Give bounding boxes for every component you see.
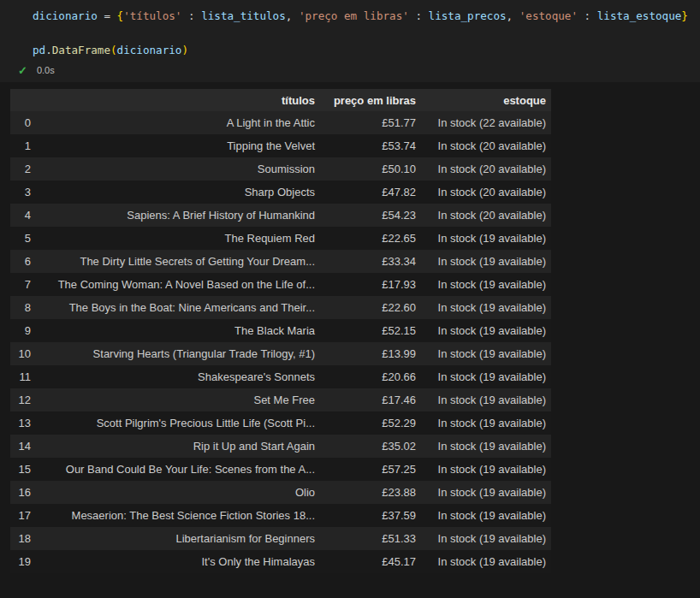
- preco-cell: £13.99: [320, 342, 421, 365]
- titulo-cell: The Requiem Red: [36, 227, 320, 250]
- titulo-cell: Soumission: [36, 157, 320, 181]
- preco-cell: £57.25: [320, 458, 421, 481]
- titulo-cell: Our Band Could Be Your Life: Scenes from…: [36, 458, 320, 481]
- estoque-cell: In stock (19 available): [421, 504, 551, 527]
- titulo-cell: Scott Pilgrim's Precious Little Life (Sc…: [36, 411, 320, 435]
- row-index-cell: 19: [10, 550, 36, 573]
- code-line-blank[interactable]: [33, 25, 700, 42]
- estoque-cell: In stock (19 available): [421, 227, 551, 250]
- row-index-cell: 10: [10, 342, 36, 365]
- table-row: 16Olio£23.88In stock (19 available): [10, 481, 551, 504]
- code-line-2[interactable]: pd.DataFrame(dicionario): [33, 42, 700, 59]
- titulo-cell: Starving Hearts (Triangular Trade Trilog…: [36, 342, 320, 365]
- row-index-cell: 14: [10, 435, 36, 458]
- table-row: 7The Coming Woman: A Novel Based on the …: [10, 273, 551, 296]
- table-row: 14Rip it Up and Start Again£35.02In stoc…: [10, 435, 551, 458]
- code-token-variable: lista_precos: [429, 9, 507, 22]
- code-token-variable: lista_titulos: [201, 9, 286, 22]
- row-index-cell: 13: [10, 411, 36, 435]
- estoque-cell: In stock (19 available): [421, 365, 551, 388]
- estoque-cell: In stock (19 available): [421, 435, 551, 458]
- code-token-operator: :: [409, 9, 429, 22]
- table-row: 10Starving Hearts (Triangular Trade Tril…: [10, 342, 551, 365]
- code-token-variable: dicionario: [33, 9, 98, 22]
- row-index-cell: 12: [10, 388, 36, 411]
- row-index-cell: 16: [10, 481, 36, 504]
- preco-cell: £47.82: [320, 181, 421, 204]
- titulo-cell: Set Me Free: [36, 388, 320, 411]
- row-index-cell: 11: [10, 365, 36, 388]
- titulo-cell: It's Only the Himalayas: [36, 550, 320, 573]
- dataframe-body: 0A Light in the Attic£51.77In stock (22 …: [10, 111, 551, 573]
- code-token-variable: dicionario: [117, 44, 182, 56]
- column-header-preco: preço em libras: [320, 89, 421, 111]
- table-row: 15Our Band Could Be Your Life: Scenes fr…: [10, 458, 551, 481]
- code-token-brace: }: [681, 9, 688, 22]
- column-header-index: [10, 89, 36, 111]
- table-row: 1Tipping the Velvet£53.74In stock (20 av…: [10, 134, 551, 157]
- table-row: 4Sapiens: A Brief History of Humankind£5…: [10, 204, 551, 227]
- code-token-variable: pd: [33, 44, 45, 56]
- estoque-cell: In stock (19 available): [421, 411, 551, 435]
- row-index-cell: 3: [10, 181, 36, 204]
- preco-cell: £52.15: [320, 319, 421, 342]
- table-row: 9The Black Maria£52.15In stock (19 avail…: [10, 319, 551, 342]
- table-row: 2Soumission£50.10In stock (20 available): [10, 157, 551, 181]
- code-token-function: DataFrame: [52, 44, 110, 56]
- preco-cell: £35.02: [320, 435, 421, 458]
- column-header-titulos: títulos: [36, 89, 320, 111]
- code-token-string: 'preço em libras': [299, 9, 409, 22]
- table-row: 6The Dirty Little Secrets of Getting You…: [10, 250, 551, 273]
- preco-cell: £51.33: [320, 527, 421, 550]
- code-token-operator: .: [45, 44, 52, 56]
- table-row: 11Shakespeare's Sonnets£20.66In stock (1…: [10, 365, 551, 388]
- row-index-cell: 2: [10, 157, 36, 181]
- execution-time: 0.0s: [37, 65, 55, 75]
- table-row: 19It's Only the Himalayas£45.17In stock …: [10, 550, 551, 573]
- table-row: 12Set Me Free£17.46In stock (19 availabl…: [10, 388, 551, 411]
- titulo-cell: Sharp Objects: [36, 181, 320, 204]
- titulo-cell: Mesaerion: The Best Science Fiction Stor…: [36, 504, 320, 527]
- success-check-icon: ✓: [18, 64, 27, 77]
- titulo-cell: Rip it Up and Start Again: [36, 435, 320, 458]
- preco-cell: £54.23: [320, 204, 421, 227]
- estoque-cell: In stock (19 available): [421, 458, 551, 481]
- estoque-cell: In stock (22 available): [421, 111, 551, 134]
- table-row: 8The Boys in the Boat: Nine Americans an…: [10, 296, 551, 319]
- preco-cell: £22.65: [320, 227, 421, 250]
- code-editor[interactable]: dicionario = {'títulos' : lista_titulos,…: [0, 8, 700, 59]
- row-index-cell: 0: [10, 111, 36, 134]
- code-token-operator: ,: [507, 9, 519, 22]
- titulo-cell: The Coming Woman: A Novel Based on the L…: [36, 273, 320, 296]
- row-index-cell: 6: [10, 250, 36, 273]
- row-index-cell: 1: [10, 134, 36, 157]
- estoque-cell: In stock (20 available): [421, 204, 551, 227]
- preco-cell: £17.93: [320, 273, 421, 296]
- titulo-cell: Libertarianism for Beginners: [36, 527, 320, 550]
- preco-cell: £17.46: [320, 388, 421, 411]
- estoque-cell: In stock (20 available): [421, 134, 551, 157]
- preco-cell: £53.74: [320, 134, 421, 157]
- row-index-cell: 17: [10, 504, 36, 527]
- titulo-cell: A Light in the Attic: [36, 111, 320, 134]
- code-token-variable: lista_estoque: [597, 9, 682, 22]
- titulo-cell: Sapiens: A Brief History of Humankind: [36, 204, 320, 227]
- titulo-cell: The Boys in the Boat: Nine Americans and…: [36, 296, 320, 319]
- dataframe-output-table: títulos preço em libras estoque 0A Light…: [10, 89, 551, 573]
- estoque-cell: In stock (19 available): [421, 388, 551, 411]
- table-row: 17Mesaerion: The Best Science Fiction St…: [10, 504, 551, 527]
- code-line-1[interactable]: dicionario = {'títulos' : lista_titulos,…: [33, 8, 700, 25]
- preco-cell: £50.10: [320, 157, 421, 181]
- preco-cell: £37.59: [320, 504, 421, 527]
- preco-cell: £52.29: [320, 411, 421, 435]
- row-index-cell: 8: [10, 296, 36, 319]
- titulo-cell: Shakespeare's Sonnets: [36, 365, 320, 388]
- table-row: 3Sharp Objects£47.82In stock (20 availab…: [10, 181, 551, 204]
- column-header-estoque: estoque: [421, 89, 551, 111]
- code-token-operator: :: [181, 9, 201, 22]
- preco-cell: £23.88: [320, 481, 421, 504]
- estoque-cell: In stock (19 available): [421, 481, 551, 504]
- estoque-cell: In stock (19 available): [421, 550, 551, 573]
- row-index-cell: 7: [10, 273, 36, 296]
- estoque-cell: In stock (20 available): [421, 157, 551, 181]
